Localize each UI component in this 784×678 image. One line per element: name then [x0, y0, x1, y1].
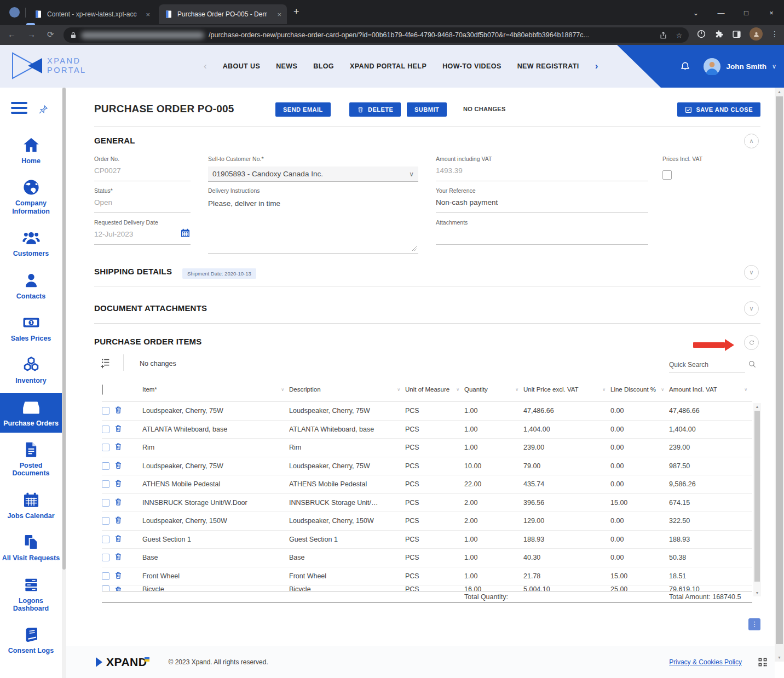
delete-row-trash-icon[interactable] [114, 552, 123, 561]
window-maximize-icon[interactable]: □ [734, 9, 759, 17]
insert-line-icon[interactable] [99, 357, 111, 369]
row-checkbox[interactable] [102, 572, 109, 580]
menu-hamburger-icon[interactable] [11, 102, 27, 117]
browser-tab-2[interactable]: Purchase Order PO-005 - Demo × [159, 4, 287, 24]
delete-row-trash-icon[interactable] [114, 571, 123, 580]
sidebar-item[interactable]: Consent Logs [0, 620, 62, 660]
window-chevron-icon[interactable]: ⌄ [683, 9, 708, 17]
delete-row-trash-icon[interactable] [114, 424, 123, 433]
scroll-up-icon[interactable]: ▲ [753, 405, 761, 409]
calendar-picker-icon[interactable] [180, 228, 191, 238]
table-scrollbar[interactable]: ▲ ▼ [753, 403, 761, 596]
row-checkbox[interactable] [102, 407, 109, 415]
nav-item[interactable]: XPAND PORTAL HELP [350, 62, 426, 70]
more-actions-button[interactable]: ⋮ [748, 618, 760, 630]
window-close-icon[interactable]: × [759, 9, 784, 17]
window-minimize-icon[interactable]: — [708, 9, 734, 17]
row-checkbox[interactable] [102, 480, 109, 488]
date-value[interactable]: 12-Jul-2023 [94, 230, 191, 245]
refresh-items-button[interactable] [744, 335, 759, 350]
qr-code-icon[interactable] [757, 657, 768, 668]
column-header[interactable]: Quantity [464, 386, 523, 393]
sidebar-item[interactable]: Customers [0, 223, 62, 263]
delete-row-trash-icon[interactable] [114, 405, 123, 415]
collapse-shipping-icon[interactable]: ∨ [744, 265, 759, 280]
browser-tab-1[interactable]: Content - xp-rew-latest.xpt-acc0 × [28, 4, 155, 24]
column-header[interactable]: Description [289, 386, 405, 393]
resize-handle-icon[interactable] [412, 246, 417, 251]
privacy-policy-link[interactable]: Privacy & Cookies Policy [669, 658, 742, 666]
pin-icon[interactable] [37, 104, 49, 116]
column-header[interactable]: Item* [142, 386, 289, 393]
sidebar-item[interactable]: Posted Documents [0, 435, 62, 483]
row-checkbox[interactable] [102, 499, 109, 507]
table-row[interactable]: Loudspeaker, Cherry, 150W Loudspeaker, C… [102, 512, 752, 531]
table-row[interactable]: Bicycle Bicycle PCS 16.00 5,004.10 25.00… [102, 585, 752, 591]
browser-profile-avatar[interactable] [750, 27, 763, 41]
table-row[interactable]: Base Base PCS 1.00 40.30 0.00 50.38 [102, 549, 752, 567]
sidebar-scrollbar[interactable] [62, 88, 66, 678]
side-panel-icon[interactable] [732, 30, 741, 39]
row-checkbox[interactable] [102, 517, 109, 525]
sell-to-customer-select[interactable]: 01905893 - Candoxy Canada Inc. ∨ [208, 166, 418, 182]
table-row[interactable]: Loudspeaker, Cherry, 75W Loudspeaker, Ch… [102, 457, 752, 476]
search-icon[interactable] [747, 359, 757, 369]
scroll-down-icon[interactable]: ▼ [775, 656, 784, 659]
forward-icon[interactable]: → [27, 30, 36, 39]
nav-item[interactable]: BLOG [313, 62, 334, 70]
sidebar-item[interactable]: Purchase Orders [0, 393, 62, 433]
prices-incl-vat-checkbox[interactable] [662, 170, 672, 180]
sidebar-item[interactable]: Logons Dashboard [0, 571, 62, 618]
row-checkbox[interactable] [102, 554, 109, 561]
save-and-close-button[interactable]: SAVE AND CLOSE [677, 102, 760, 117]
table-row[interactable]: Front Wheel Front Wheel PCS 1.00 21.78 1… [102, 567, 752, 586]
row-checkbox[interactable] [102, 462, 109, 470]
send-email-button[interactable]: SEND EMAIL [275, 102, 331, 117]
collapse-general-icon[interactable]: ∧ [744, 134, 759, 148]
sidebar-item[interactable]: 1 Sales Prices [0, 308, 62, 348]
attachments-value[interactable] [436, 230, 648, 245]
delete-row-trash-icon[interactable] [114, 497, 123, 507]
share-icon[interactable] [659, 31, 667, 39]
nav-prev-icon[interactable]: ‹ [204, 61, 207, 72]
sidebar-item[interactable]: Company Information [0, 173, 62, 221]
scroll-down-icon[interactable]: ▼ [753, 591, 761, 595]
row-checkbox[interactable] [102, 585, 109, 591]
table-row[interactable]: Rim Rim PCS 1.00 239.00 0.00 239.00 [102, 439, 752, 457]
row-checkbox[interactable] [102, 444, 109, 451]
reload-icon[interactable]: ⟳ [47, 30, 54, 39]
delete-row-trash-icon[interactable] [114, 515, 123, 525]
delete-row-trash-icon[interactable] [114, 442, 123, 451]
nav-item[interactable]: ABOUT US [223, 62, 260, 70]
notifications-bell-icon[interactable] [679, 60, 691, 73]
new-tab-button[interactable]: + [293, 7, 299, 16]
tab-close-icon[interactable]: × [277, 10, 281, 19]
back-icon[interactable]: ← [8, 30, 16, 39]
sidebar-item[interactable]: Inventory [0, 351, 62, 390]
delete-row-trash-icon[interactable] [114, 479, 123, 488]
nav-item[interactable]: HOW-TO VIDEOS [442, 62, 501, 70]
power-extension-icon[interactable] [696, 29, 706, 39]
table-row[interactable]: Loudspeaker, Cherry, 75W Loudspeaker, Ch… [102, 402, 752, 421]
row-checkbox[interactable] [102, 426, 109, 433]
sidebar-item[interactable]: Jobs Calendar [0, 486, 62, 525]
delivery-instructions-textarea[interactable]: Please, deliver in time [208, 198, 418, 254]
sidebar-item[interactable]: Home [0, 131, 62, 170]
bookmark-star-icon[interactable]: ☆ [676, 31, 682, 39]
column-header[interactable]: Amount Incl. VAT [669, 386, 752, 393]
column-header[interactable]: Unit of Measure [405, 386, 464, 393]
column-header[interactable]: Line Discount % [610, 386, 669, 393]
table-row[interactable]: INNSBRUCK Storage Unit/W.Door INNSBRUCK … [102, 494, 752, 513]
page-scrollbar[interactable]: ▲ ▼ [775, 88, 784, 662]
nav-next-icon[interactable]: › [595, 61, 598, 72]
collapse-documents-icon[interactable]: ∨ [744, 301, 759, 316]
quick-search-input[interactable] [669, 360, 745, 372]
delete-row-trash-icon[interactable] [114, 585, 123, 591]
select-all-checkbox[interactable] [102, 384, 103, 395]
portal-logo[interactable]: XPAND PORTAL [10, 51, 87, 81]
scroll-thumb[interactable] [776, 96, 783, 644]
table-row[interactable]: ATHENS Mobile Pedestal ATHENS Mobile Ped… [102, 475, 752, 494]
delete-row-trash-icon[interactable] [114, 461, 123, 470]
table-row[interactable]: ATLANTA Whiteboard, base ATLANTA Whitebo… [102, 421, 752, 439]
nav-item[interactable]: NEW REGISTRATI [517, 62, 579, 70]
